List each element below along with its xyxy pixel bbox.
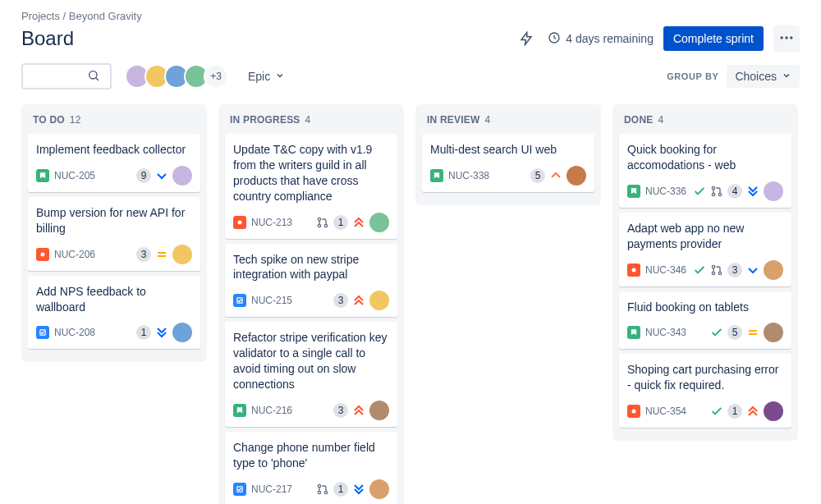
issue-card[interactable]: Shoping cart purchasing error - quick fi… [619, 354, 791, 428]
svg-point-28 [632, 410, 636, 414]
svg-point-22 [632, 268, 636, 272]
issue-type-icon [233, 294, 246, 307]
card-footer: NUC-2081 [36, 323, 192, 342]
priority-icon [549, 169, 562, 182]
estimate-badge: 1 [333, 482, 348, 497]
priority-icon [746, 405, 759, 418]
issue-card[interactable]: Update T&C copy with v1.9 from the write… [225, 134, 397, 239]
assignee-avatar-more[interactable]: +3 [204, 64, 228, 89]
estimate-badge: 3 [333, 293, 348, 308]
issue-type-icon [430, 169, 443, 182]
assignee-avatar[interactable] [172, 245, 192, 264]
estimate-badge: 4 [727, 184, 742, 199]
assignee-avatar[interactable] [369, 291, 389, 310]
assignee-avatar[interactable] [369, 401, 389, 420]
search-input-wrapper[interactable] [21, 63, 112, 89]
issue-type-icon [36, 248, 49, 261]
estimate-badge: 1 [727, 404, 742, 419]
card-footer: NUC-2131 [233, 213, 389, 232]
assignee-avatar[interactable] [764, 181, 783, 201]
card-title: Add NPS feedback to wallboard [36, 284, 192, 315]
issue-card[interactable]: Adapt web app no new payments providerNU… [619, 213, 791, 286]
search-input[interactable] [28, 70, 87, 83]
assignee-avatar[interactable] [172, 323, 192, 342]
column-title: TO DO [33, 114, 65, 126]
card-title: Fluid booking on tablets [627, 300, 783, 315]
board-column: DONE4Quick booking for accomodations - w… [612, 104, 798, 441]
remaining-indicator: 4 days remaining [548, 31, 654, 47]
estimate-badge: 1 [136, 325, 151, 340]
svg-point-18 [324, 491, 327, 493]
issue-key: NUC-336 [645, 186, 686, 197]
groupby-value: Choices [735, 70, 777, 83]
priority-icon [746, 185, 759, 198]
board-controls: +3 Epic GROUP BY Choices [21, 63, 800, 89]
column-title: IN REVIEW [427, 114, 479, 126]
card-footer: NUC-3541 [627, 401, 783, 421]
card-title: Implement feedback collector [36, 142, 192, 158]
issue-key: NUC-338 [448, 170, 489, 181]
issue-type-icon [627, 405, 640, 418]
issue-card[interactable]: Change phone number field type to 'phone… [225, 432, 397, 504]
assignee-avatar[interactable] [764, 260, 783, 280]
card-title: Update T&C copy with v1.9 from the write… [233, 142, 389, 204]
svg-point-20 [712, 193, 714, 195]
issue-key: NUC-213 [251, 217, 292, 228]
chevron-down-icon [782, 70, 791, 83]
complete-sprint-button[interactable]: Complete sprint [663, 26, 764, 51]
issue-key: NUC-205 [54, 170, 95, 181]
groupby-dropdown[interactable]: Choices [727, 65, 800, 88]
priority-icon [746, 326, 759, 339]
assignee-avatar[interactable] [566, 166, 586, 186]
priority-icon [352, 216, 365, 229]
assignee-avatar[interactable] [369, 213, 389, 232]
issue-key: NUC-215 [251, 295, 292, 306]
column-count: 4 [484, 114, 490, 126]
issue-card[interactable]: Fluid booking on tabletsNUC-3435 [619, 291, 791, 350]
issue-card[interactable]: Bump version for new API for billingNUC-… [28, 197, 200, 271]
svg-point-25 [718, 272, 721, 274]
issue-card[interactable]: Multi-dest search UI webNUC-3385 [422, 134, 594, 192]
card-footer: NUC-3364 [627, 181, 783, 201]
issue-card[interactable]: Tech spike on new stripe integration wit… [225, 244, 397, 318]
breadcrumb-project[interactable]: Beyond Gravity [69, 10, 142, 22]
board-columns: TO DO12Implement feedback collectorNUC-2… [21, 104, 800, 504]
assignee-avatar[interactable] [369, 479, 389, 499]
issue-card[interactable]: Refactor stripe verification key validat… [225, 322, 397, 427]
card-footer: NUC-3463 [627, 260, 783, 280]
column-title: DONE [624, 114, 653, 126]
issue-key: NUC-217 [251, 483, 292, 495]
priority-icon [352, 294, 365, 307]
issue-card[interactable]: Quick booking for accomodations - webNUC… [619, 134, 791, 208]
card-footer: NUC-2153 [233, 291, 389, 310]
epic-dropdown[interactable]: Epic [241, 65, 291, 88]
issue-card[interactable]: Add NPS feedback to wallboardNUC-2081 [28, 276, 200, 350]
estimate-badge: 5 [530, 168, 545, 183]
issue-type-icon [627, 263, 640, 277]
breadcrumb: Projects / Beyond Gravity [21, 10, 800, 22]
svg-point-11 [318, 218, 320, 220]
issue-type-icon [36, 326, 49, 339]
card-title: Refactor stripe verification key validat… [233, 330, 389, 392]
card-title: Tech spike on new stripe integration wit… [233, 252, 389, 283]
breadcrumb-root[interactable]: Projects [21, 10, 60, 22]
issue-card[interactable]: Implement feedback collectorNUC-2059 [28, 134, 200, 192]
assignee-avatar[interactable] [172, 166, 192, 186]
card-title: Shoping cart purchasing error - quick fi… [627, 362, 783, 393]
assignee-avatar[interactable] [764, 401, 783, 421]
svg-point-3 [790, 36, 792, 39]
check-icon [693, 263, 706, 277]
pull-request-icon [316, 216, 329, 229]
estimate-badge: 3 [136, 247, 151, 262]
automation-icon[interactable] [515, 27, 538, 50]
dots-icon [778, 30, 795, 48]
assignee-avatar[interactable] [764, 323, 783, 342]
card-footer: NUC-2171 [233, 479, 389, 499]
check-icon [710, 326, 723, 339]
card-title: Change phone number field type to 'phone… [233, 440, 389, 471]
column-count: 12 [70, 114, 81, 126]
svg-point-17 [318, 491, 320, 493]
card-footer: NUC-2059 [36, 166, 192, 186]
assignee-filter-avatars: +3 [125, 64, 228, 89]
more-actions-button[interactable] [773, 25, 800, 52]
